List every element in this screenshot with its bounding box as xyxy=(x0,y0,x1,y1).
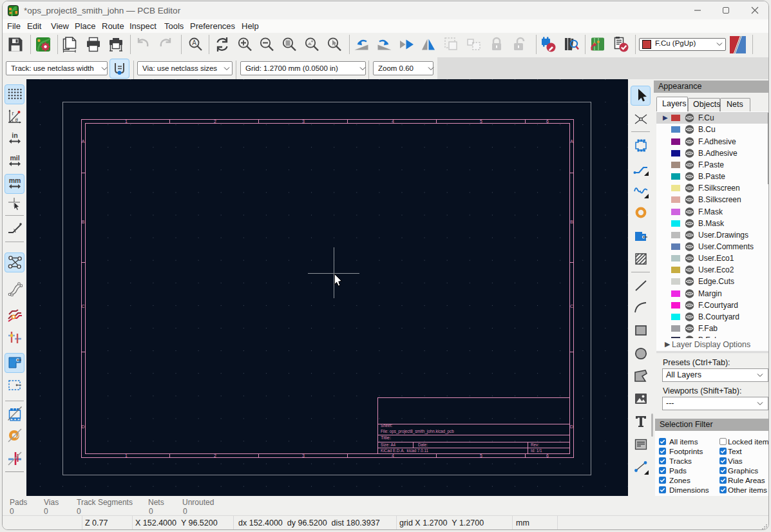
svg-text:2: 2 xyxy=(214,453,216,458)
svg-text:mm: mm xyxy=(8,176,21,184)
svg-text:B: B xyxy=(570,220,573,224)
svg-text:A: A xyxy=(82,139,85,144)
svg-text:6: 6 xyxy=(546,453,549,458)
svg-text:Title:: Title: xyxy=(381,435,391,441)
svg-text:1: 1 xyxy=(125,453,128,458)
svg-text:mil: mil xyxy=(10,154,19,162)
svg-text:KiCad E.D.A. kicad 7.0.11: KiCad E.D.A. kicad 7.0.11 xyxy=(381,448,429,453)
svg-text:A: A xyxy=(570,139,573,144)
svg-text:θ: θ xyxy=(15,117,17,123)
svg-text:Date:: Date: xyxy=(418,442,428,447)
svg-text:5: 5 xyxy=(480,453,482,458)
svg-text:2: 2 xyxy=(214,119,216,124)
svg-text:Sheet:: Sheet: xyxy=(381,423,392,428)
svg-text:5: 5 xyxy=(480,119,482,124)
svg-text:Rev:: Rev: xyxy=(531,442,539,447)
svg-text:D: D xyxy=(570,424,573,429)
svg-text:C: C xyxy=(570,304,573,309)
svg-text:D: D xyxy=(81,424,84,429)
svg-text:in: in xyxy=(12,131,17,139)
svg-text:r: r xyxy=(12,110,14,117)
svg-text:3: 3 xyxy=(302,119,305,124)
svg-text:B: B xyxy=(82,220,85,224)
svg-text:Id: 1/1: Id: 1/1 xyxy=(531,448,542,453)
svg-text:Size: A4: Size: A4 xyxy=(381,442,396,447)
svg-text:1: 1 xyxy=(125,119,128,124)
svg-text:C: C xyxy=(81,304,84,309)
svg-text:File: ops_project8_smith_john.: File: ops_project8_smith_john.kicad_pcb xyxy=(381,429,454,434)
svg-text:4: 4 xyxy=(392,453,394,458)
svg-text:3: 3 xyxy=(302,453,305,458)
svg-text:6: 6 xyxy=(546,119,549,124)
svg-text:A: A xyxy=(192,39,196,46)
svg-text:4: 4 xyxy=(392,119,394,124)
